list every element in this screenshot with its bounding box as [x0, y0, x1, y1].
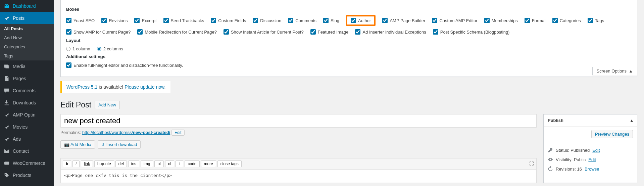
insert-download-button[interactable]: ⇩ Insert download [98, 140, 141, 149]
add-media-button[interactable]: 📷 Add Media [60, 140, 95, 149]
fullscreen-icon[interactable] [529, 161, 534, 167]
cb-input[interactable] [484, 18, 490, 23]
cb-show-amp[interactable]: Show AMP for Current Page? [66, 29, 131, 35]
radio-1-column[interactable]: 1 column [66, 46, 90, 51]
cb-excerpt[interactable]: Excerpt [134, 18, 156, 23]
radio-input[interactable] [97, 47, 101, 51]
cb-slug[interactable]: Slug [323, 18, 339, 23]
cb-input[interactable] [137, 29, 143, 35]
wp-version-link[interactable]: WordPress 5.1 [66, 84, 97, 90]
cb-memberships[interactable]: Memberships [484, 18, 518, 23]
cb-send-trackbacks[interactable]: Send Trackbacks [163, 18, 204, 23]
preview-changes-button[interactable]: Preview Changes [591, 130, 633, 138]
cb-format[interactable]: Format [525, 18, 546, 23]
sidebar-item-comments[interactable]: Comments [0, 85, 54, 97]
qt-code[interactable]: code [185, 160, 199, 167]
cb-input[interactable] [101, 18, 107, 23]
screen-options-toggle[interactable]: Screen Options ▲ [592, 67, 637, 75]
qt-i[interactable]: i [72, 160, 80, 167]
cb-input[interactable] [66, 18, 71, 23]
qt-b[interactable]: b [63, 160, 71, 167]
radio-input[interactable] [66, 47, 70, 51]
cb-custom-fields[interactable]: Custom Fields [211, 18, 246, 23]
qt-close-tags[interactable]: close tags [217, 160, 242, 167]
permalink-link[interactable]: http://localhost/wordpress/new-post-crea… [82, 130, 170, 135]
cb-input[interactable] [253, 18, 258, 23]
admin-sidebar: Dashboard Posts All Posts Add New Catego… [0, 0, 54, 186]
post-title-input[interactable] [60, 114, 537, 128]
sidebar-item-amp-optin[interactable]: AMP Optin [0, 109, 54, 121]
qt-ul[interactable]: ul [154, 160, 163, 167]
cb-input[interactable] [134, 18, 140, 23]
cb-amp-page-builder[interactable]: AMP Page Builder [382, 18, 425, 23]
cb-author[interactable]: Author [346, 15, 376, 26]
qt-li[interactable]: li [176, 160, 183, 167]
update-now-link[interactable]: Please update now [125, 84, 164, 90]
cb-yoast-seo[interactable]: Yoast SEO [66, 18, 95, 23]
qt-del[interactable]: del [115, 160, 127, 167]
cb-input[interactable] [66, 62, 71, 68]
sidebar-item-movies[interactable]: Movies [0, 121, 54, 133]
sidebar-item-media[interactable]: Media [0, 60, 54, 73]
cb-ad-inserter[interactable]: Ad Inserter Individual Exceptions [355, 29, 426, 35]
cb-input[interactable] [224, 29, 229, 35]
cb-input[interactable] [323, 18, 329, 23]
sidebar-item-posts[interactable]: Posts [0, 12, 54, 24]
cb-input[interactable] [525, 18, 530, 23]
qt-ol[interactable]: ol [165, 160, 174, 167]
cb-categories[interactable]: Categories [552, 18, 581, 23]
cb-input[interactable] [288, 18, 293, 23]
edit-visibility-link[interactable]: Edit [588, 157, 596, 162]
cb-custom-amp-editor[interactable]: Custom AMP Editor [432, 18, 477, 23]
cb-featured-image[interactable]: Featured Image [310, 29, 349, 35]
cb-input[interactable] [163, 18, 169, 23]
cb-input[interactable] [433, 29, 438, 35]
qt-bquote[interactable]: b-quote [94, 160, 114, 167]
submenu-all-posts[interactable]: All Posts [0, 24, 54, 33]
cb-post-schema[interactable]: Post Specific Schema (Blogposting) [433, 29, 510, 35]
cb-input[interactable] [432, 18, 437, 23]
editor-main: Permalink: http://localhost/wordpress/ne… [60, 114, 537, 183]
cb-input[interactable] [552, 18, 558, 23]
publish-box-header[interactable]: Publish ▴ [544, 114, 637, 127]
cb-tags[interactable]: Tags [588, 18, 604, 23]
sidebar-item-downloads[interactable]: Downloads [0, 97, 54, 109]
sidebar-item-products[interactable]: Products [0, 169, 54, 181]
radio-2-columns[interactable]: 2 columns [97, 46, 123, 51]
qt-more[interactable]: more [201, 160, 216, 167]
add-new-button[interactable]: Add New [95, 101, 120, 109]
sidebar-item-contact[interactable]: Contact [0, 145, 54, 157]
qt-link[interactable]: link [81, 160, 93, 167]
cb-input[interactable] [588, 18, 593, 23]
sidebar-label: Contact [13, 148, 29, 154]
cb-mobile-redirection[interactable]: Mobile Redirection for Current Page? [137, 29, 217, 35]
download-icon [3, 99, 10, 106]
cb-input[interactable] [66, 29, 71, 35]
cb-instant-article[interactable]: Show Instant Article for Current Post? [224, 29, 304, 35]
browse-revisions-link[interactable]: Browse [585, 167, 599, 172]
sidebar-item-ads[interactable]: Ads [0, 133, 54, 145]
products-icon [3, 172, 10, 179]
editor-textarea[interactable]: <p>Page one cxfv this is the ciontent</p… [60, 170, 537, 183]
cb-input[interactable] [351, 18, 356, 23]
edit-permalink-button[interactable]: Edit [171, 130, 185, 136]
edit-status-link[interactable]: Edit [592, 148, 600, 153]
cb-input[interactable] [382, 18, 388, 23]
submenu-add-new[interactable]: Add New [0, 33, 54, 42]
sidebar-item-dashboard[interactable]: Dashboard [0, 0, 54, 12]
cb-comments[interactable]: Comments [288, 18, 316, 23]
cb-discussion[interactable]: Discussion [253, 18, 281, 23]
submenu-tags[interactable]: Tags [0, 51, 54, 60]
cb-revisions[interactable]: Revisions [101, 18, 128, 23]
revisions-icon [548, 166, 553, 172]
qt-img[interactable]: img [141, 160, 153, 167]
sidebar-item-woocommerce[interactable]: WooCommerce [0, 157, 54, 169]
cb-input[interactable] [310, 29, 316, 35]
submenu-categories[interactable]: Categories [0, 42, 54, 51]
cb-input[interactable] [355, 29, 360, 35]
cb-input[interactable] [211, 18, 216, 23]
qt-ins[interactable]: ins [128, 160, 139, 167]
sidebar-item-pages[interactable]: Pages [0, 73, 54, 85]
cb-full-height-editor[interactable]: Enable full-height editor and distractio… [66, 62, 183, 68]
boxes-heading: Boxes [66, 7, 632, 12]
